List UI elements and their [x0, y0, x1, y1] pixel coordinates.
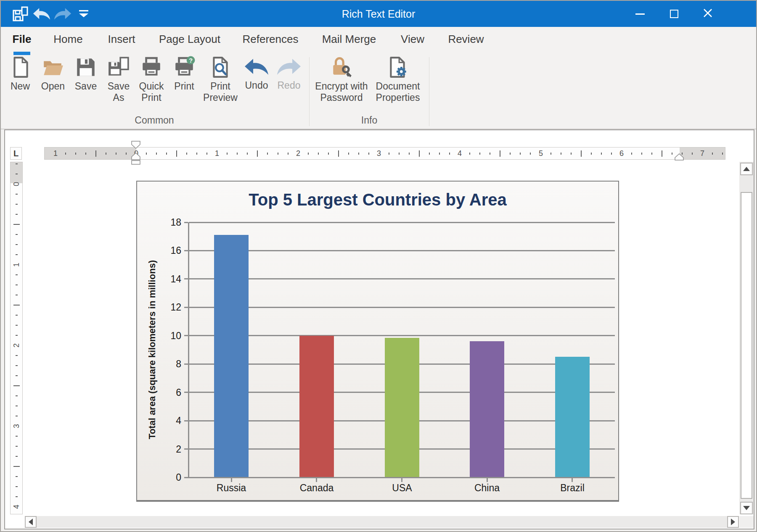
- right-indent-marker[interactable]: [675, 153, 684, 161]
- ruler-tick: [399, 153, 400, 155]
- qat-save-as-button[interactable]: [11, 5, 30, 23]
- new-button[interactable]: New: [5, 56, 36, 110]
- ruler-tick: [722, 153, 723, 155]
- open-label: Open: [37, 81, 69, 92]
- ruler-tick: [348, 153, 349, 155]
- print-preview-icon: [197, 56, 244, 79]
- y-tick-label: 12: [156, 301, 181, 313]
- x-axis-tick: [316, 478, 317, 482]
- tab-file[interactable]: File: [13, 27, 32, 51]
- ruler-tick: [429, 153, 430, 155]
- ruler-tick: [712, 153, 713, 155]
- tab-page-layout[interactable]: Page Layout: [159, 27, 220, 51]
- encrypt-with-password-label: Encrypt with Password: [308, 81, 375, 103]
- ruler-tick: [106, 153, 106, 155]
- ruler-tick: [16, 436, 18, 437]
- y-axis-line: [188, 222, 189, 478]
- category-label: Russia: [193, 482, 269, 494]
- horizontal-scrollbar[interactable]: [25, 516, 739, 528]
- ruler-tick: [65, 153, 66, 155]
- left-indent-marker[interactable]: [131, 160, 140, 165]
- y-axis-tick: [184, 392, 188, 393]
- vertical-scroll-thumb[interactable]: [741, 192, 752, 499]
- bar-china: [470, 341, 504, 477]
- save-button[interactable]: Save: [70, 56, 101, 110]
- print-preview-label: Print Preview: [197, 81, 244, 103]
- chart-title: Top 5 Largest Countries by Area: [137, 189, 618, 210]
- ruler-tick: [611, 153, 612, 155]
- print-label: Print: [169, 81, 200, 92]
- ruler-tick: [16, 204, 18, 205]
- ruler-tick: [16, 446, 18, 447]
- y-tick-label: 8: [156, 358, 181, 370]
- scroll-down-button[interactable]: [740, 502, 753, 514]
- tab-mail-merge[interactable]: Mail Merge: [322, 27, 376, 51]
- ruler-tick: [490, 153, 490, 155]
- save-label: Save: [70, 81, 101, 92]
- print-button[interactable]: ?Print: [169, 56, 200, 110]
- ruler-tick: [196, 153, 197, 155]
- ruler-tick: [95, 150, 96, 157]
- document-properties-button[interactable]: Document Properties: [366, 56, 429, 110]
- scroll-left-button[interactable]: [25, 516, 37, 528]
- qat-redo-button[interactable]: [53, 5, 72, 23]
- minimize-button[interactable]: [630, 1, 650, 27]
- undo-label: Undo: [240, 80, 273, 91]
- ruler-tick: [389, 153, 389, 155]
- scrollbar-corner: [739, 516, 754, 528]
- open-folder-icon: [37, 56, 69, 79]
- qat-undo-button[interactable]: [32, 5, 51, 23]
- close-button[interactable]: [698, 1, 718, 27]
- arrow-up-icon: [743, 167, 750, 171]
- y-axis-tick: [184, 335, 188, 336]
- ruler-tick: [530, 153, 531, 155]
- y-tick-label: 4: [156, 415, 181, 427]
- hanging-indent-marker[interactable]: [131, 153, 140, 160]
- ruler-tick: [520, 153, 521, 155]
- save-as-button[interactable]: Save As: [102, 56, 135, 110]
- print-preview-button[interactable]: Print Preview: [197, 56, 244, 110]
- scroll-up-button[interactable]: [740, 163, 753, 175]
- chart-object[interactable]: Top 5 Largest Countries by Area Total ar…: [136, 181, 619, 502]
- encrypt-with-password-button[interactable]: Encrypt with Password: [308, 56, 375, 110]
- tab-references[interactable]: References: [243, 27, 299, 51]
- save-icon: [70, 56, 101, 79]
- tab-insert[interactable]: Insert: [108, 27, 135, 51]
- first-line-indent-marker[interactable]: [131, 141, 140, 149]
- vertical-ruler[interactable]: 01234: [10, 162, 23, 514]
- gridline: [189, 278, 615, 279]
- ruler-tick: [116, 153, 116, 155]
- document-properties-label: Document Properties: [366, 81, 429, 103]
- document-properties-icon: [366, 56, 429, 79]
- tab-review[interactable]: Review: [448, 27, 484, 51]
- tab-stop-selector[interactable]: L: [10, 147, 22, 160]
- ruler-tick: [16, 214, 18, 215]
- undo-button[interactable]: Undo: [240, 56, 273, 110]
- horizontal-ruler[interactable]: 101234567: [44, 147, 725, 160]
- ruler-tick: [16, 234, 18, 235]
- ribbon-group-separator: [429, 57, 429, 126]
- ruler-tick: [662, 150, 662, 157]
- ruler-tick: [641, 153, 642, 155]
- qat-customize-button[interactable]: [74, 5, 93, 23]
- redo-button[interactable]: Redo: [272, 56, 306, 110]
- ruler-tick: [75, 153, 76, 155]
- quick-print-button[interactable]: Quick Print: [132, 56, 171, 110]
- y-axis-tick: [184, 307, 188, 308]
- tab-view[interactable]: View: [401, 27, 424, 51]
- ruler-tick: [237, 153, 238, 155]
- ruler-tick: [571, 153, 572, 155]
- arrow-down-icon: [743, 506, 750, 510]
- ruler-tick: [561, 153, 561, 155]
- ruler-tick: [16, 315, 18, 316]
- y-tick-label: 18: [156, 216, 181, 228]
- maximize-button[interactable]: [664, 1, 684, 27]
- arrow-left-icon: [29, 519, 33, 525]
- gridline: [189, 222, 615, 223]
- y-tick-label: 2: [156, 443, 181, 455]
- scroll-right-button[interactable]: [727, 516, 739, 528]
- x-axis-tick: [401, 478, 402, 482]
- y-axis-tick: [184, 222, 188, 223]
- tab-home[interactable]: Home: [53, 27, 82, 51]
- open-button[interactable]: Open: [37, 56, 69, 110]
